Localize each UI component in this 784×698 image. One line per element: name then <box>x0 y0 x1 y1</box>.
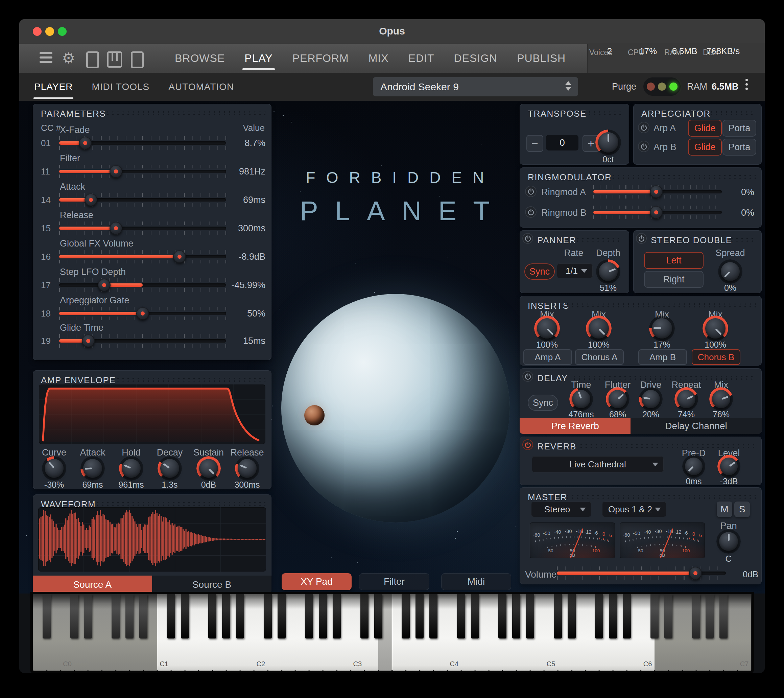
piano-key-black[interactable] <box>692 594 700 639</box>
piano-key-black[interactable] <box>651 594 659 639</box>
param-slider[interactable] <box>59 136 226 150</box>
insert-3-mix-knob[interactable] <box>652 318 672 338</box>
arp-a-porta-button[interactable]: Porta <box>723 120 756 137</box>
source-a-tab[interactable]: Source A <box>33 576 152 594</box>
reverb-preset-dropdown[interactable]: Live Cathedral <box>532 456 664 472</box>
piano-key-black[interactable] <box>526 594 534 639</box>
right-panel-icon[interactable] <box>131 51 144 68</box>
piano-key-black[interactable] <box>43 594 51 639</box>
piano-key-black[interactable] <box>609 594 617 639</box>
param-slider[interactable] <box>59 278 226 292</box>
reverb-pred-knob[interactable] <box>685 457 703 475</box>
piano-key-black[interactable] <box>222 594 230 639</box>
keyboard-panel-icon[interactable] <box>107 51 122 68</box>
transpose-value[interactable]: 0 <box>546 135 578 150</box>
piano-key-black[interactable] <box>512 594 520 639</box>
env-knob[interactable] <box>199 459 218 478</box>
nav-mix[interactable]: MIX <box>369 52 389 64</box>
piano-key-black[interactable] <box>720 594 728 639</box>
piano-key-black[interactable] <box>305 594 313 639</box>
panner-sync-button[interactable]: Sync <box>524 264 555 280</box>
piano-key-black[interactable] <box>139 594 147 639</box>
nav-browse[interactable]: BROWSE <box>175 52 225 64</box>
ringmod-b-slider[interactable] <box>593 206 722 219</box>
nav-design[interactable]: DESIGN <box>454 52 497 64</box>
transpose-minus-button[interactable]: − <box>526 135 543 152</box>
delay-repeat-knob[interactable] <box>677 390 695 408</box>
spread-knob[interactable] <box>721 262 740 281</box>
stereo-right-button[interactable]: Right <box>644 271 703 288</box>
param-slider[interactable] <box>59 165 226 178</box>
param-slider[interactable] <box>59 221 226 235</box>
param-slider[interactable] <box>59 250 226 264</box>
preset-selector[interactable]: Android Seeker 9 <box>373 77 578 96</box>
delay-drive-knob[interactable] <box>642 390 660 408</box>
piano-key-black[interactable] <box>402 594 410 639</box>
xy-pad-button[interactable]: XY Pad <box>282 573 352 590</box>
piano-key-black[interactable] <box>374 594 382 639</box>
env-knob[interactable] <box>160 459 179 478</box>
insert-2-button[interactable]: Chorus A <box>575 349 624 365</box>
insert-2-mix-knob[interactable] <box>589 318 609 338</box>
param-slider[interactable] <box>59 193 226 206</box>
stereo-left-button[interactable]: Left <box>644 252 703 269</box>
transpose-knob[interactable] <box>598 132 618 152</box>
left-panel-icon[interactable] <box>86 51 99 68</box>
piano-key-black[interactable] <box>457 594 465 639</box>
filter-button[interactable]: Filter <box>359 573 429 590</box>
hamburger-menu-icon[interactable] <box>40 52 53 65</box>
arp-b-power-icon[interactable] <box>638 141 649 152</box>
piano-key-black[interactable] <box>208 594 216 639</box>
env-knob[interactable] <box>238 459 257 478</box>
master-mode-dropdown[interactable]: Stereo <box>531 502 591 517</box>
arp-b-porta-button[interactable]: Porta <box>723 139 756 155</box>
pre-reverb-tab[interactable]: Pre Reverb <box>520 418 631 434</box>
delay-power-icon[interactable] <box>522 371 533 382</box>
env-knob[interactable] <box>44 459 64 478</box>
piano-key-black[interactable] <box>112 594 120 639</box>
piano-key-black[interactable] <box>554 594 562 639</box>
nav-publish[interactable]: PUBLISH <box>517 52 566 64</box>
envelope-graph[interactable] <box>39 384 265 444</box>
ringmod-a-power-icon[interactable] <box>525 186 537 197</box>
reverb-level-knob[interactable] <box>720 457 738 475</box>
reverb-power-icon[interactable] <box>522 439 533 450</box>
nav-edit[interactable]: EDIT <box>408 52 435 64</box>
insert-4-button[interactable]: Chorus B <box>692 349 740 365</box>
nav-play[interactable]: PLAY <box>244 52 272 64</box>
piano-key-black[interactable] <box>623 594 631 639</box>
tab-midi-tools[interactable]: MIDI TOOLS <box>92 81 150 92</box>
piano-key-black[interactable] <box>181 594 189 639</box>
panner-rate-dropdown[interactable]: 1/1 <box>557 264 593 278</box>
delay-time-knob[interactable] <box>572 390 590 408</box>
purge-label[interactable]: Purge <box>612 81 636 92</box>
piano-key-black[interactable] <box>236 594 244 639</box>
insert-1-button[interactable]: Amp A <box>523 349 572 365</box>
delay-channel-tab[interactable]: Delay Channel <box>631 418 762 434</box>
piano-key-black[interactable] <box>264 594 272 639</box>
waveform-display[interactable] <box>38 507 266 571</box>
param-slider[interactable] <box>59 307 226 320</box>
preset-stepper-icon[interactable] <box>565 81 572 91</box>
piano-key-black[interactable] <box>568 594 576 639</box>
env-knob[interactable] <box>83 459 102 478</box>
piano-key-black[interactable] <box>498 594 506 639</box>
delay-mix-knob[interactable] <box>712 390 730 408</box>
piano-key-black[interactable] <box>319 594 327 639</box>
insert-4-mix-knob[interactable] <box>705 318 726 338</box>
piano-key-black[interactable] <box>429 594 438 639</box>
piano-key-black[interactable] <box>664 594 672 639</box>
piano-key-black[interactable] <box>278 594 286 639</box>
param-slider[interactable] <box>59 334 226 348</box>
settings-gear-icon[interactable]: ⚙ <box>62 50 75 67</box>
piano-key-black[interactable] <box>333 594 341 639</box>
source-b-tab[interactable]: Source B <box>152 576 272 594</box>
piano-key-white[interactable]: C7 <box>737 594 751 671</box>
midi-button[interactable]: Midi <box>441 573 511 590</box>
tab-player[interactable]: PLAYER <box>34 81 73 92</box>
piano-key-black[interactable] <box>471 594 479 639</box>
env-knob[interactable] <box>122 459 141 478</box>
nav-perform[interactable]: PERFORM <box>292 52 349 64</box>
more-options-icon[interactable] <box>746 79 748 90</box>
insert-1-mix-knob[interactable] <box>537 318 557 338</box>
